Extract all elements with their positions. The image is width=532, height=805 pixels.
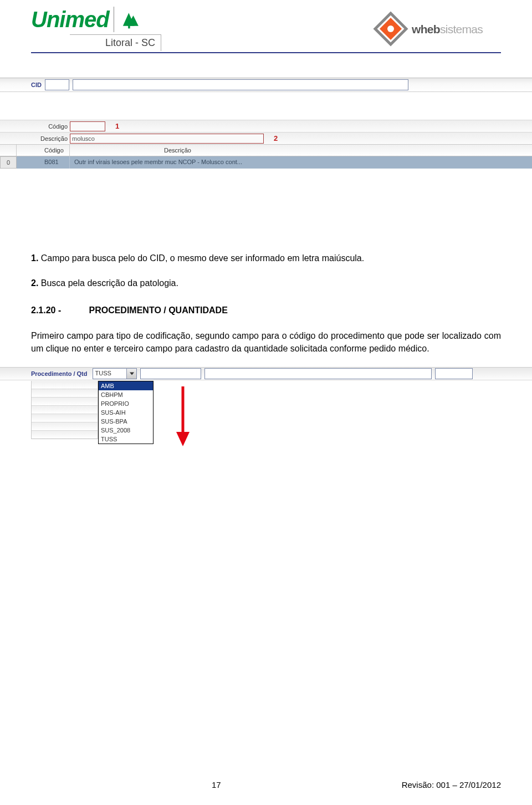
chevron-down-icon[interactable] (126, 369, 136, 379)
cid-table-row[interactable]: 0 B081 Outr inf virais lesoes pele membr… (0, 156, 532, 169)
p3-text: Primeiro campo para tipo de codificação,… (31, 329, 501, 355)
row-index: 0 (0, 156, 17, 169)
tipo-codificacao-dropdown[interactable]: AMB CBHPM PROPRIO SUS-AIH SUS-BPA SUS_20… (98, 381, 154, 444)
cid-search-screenshot: Código 1 Descrição 2 Código Descrição 0 … (0, 120, 532, 169)
svg-text:whebsistemas: whebsistemas (412, 23, 483, 35)
wheb-logo: whebsistemas (373, 7, 501, 49)
p1-number: 1. (31, 253, 38, 263)
wheb-text-bold: wheb (412, 23, 440, 35)
revision-text: Revisão: 001 – 27/01/2012 (402, 780, 501, 789)
arrow-down-icon (175, 386, 191, 450)
unimed-logo: Unimed Litoral - SC (31, 7, 175, 51)
row-code: B081 (17, 156, 70, 169)
p2-text: Busca pela descrição da patologia. (41, 278, 178, 288)
codigo-input[interactable] (70, 121, 105, 131)
wheb-text-light: sistemas (440, 23, 483, 35)
codigo-label: Código (24, 123, 70, 130)
unimed-tree-icon (114, 7, 139, 32)
th-codigo: Código (17, 145, 70, 156)
cid-field-screenshot: CID (0, 78, 532, 92)
row-desc: Outr inf virais lesoes pele membr muc NC… (70, 156, 532, 169)
procedimento-label: Procedimento / Qtd (31, 370, 87, 377)
option-proprio[interactable]: PROPRIO (99, 399, 153, 408)
body-text: 1. Campo para busca pelo do CID, o mesmo… (31, 252, 501, 355)
page-number: 17 (212, 780, 221, 789)
tipo-codificacao-select[interactable]: TUSS (93, 368, 137, 379)
procedimento-screenshot: Procedimento / Qtd TUSS AMB CBHPM PROPRI… (0, 367, 532, 380)
wheb-wordmark: whebsistemas (412, 12, 501, 48)
cid-code-input[interactable] (45, 79, 69, 90)
descricao-label: Descrição (24, 135, 70, 142)
unimed-subtitle: Litoral - SC (70, 34, 161, 51)
codigo-procedimento-input[interactable] (140, 368, 201, 379)
cid-desc-input[interactable] (73, 79, 408, 90)
cid-table-header: Código Descrição (0, 144, 532, 156)
section-title: PROCEDIMENTO / QUANTIDADE (89, 305, 227, 315)
option-sus-bpa[interactable]: SUS-BPA (99, 417, 153, 426)
option-amb[interactable]: AMB (99, 381, 153, 390)
wheb-diamond-icon (373, 11, 408, 49)
background-rows (31, 381, 98, 439)
annotation-2: 2 (274, 134, 278, 142)
option-cbhpm[interactable]: CBHPM (99, 390, 153, 399)
svg-rect-0 (128, 26, 130, 29)
option-sus-aih[interactable]: SUS-AIH (99, 408, 153, 417)
quantidade-input[interactable] (435, 368, 473, 379)
p2-number: 2. (31, 278, 38, 288)
cid-label: CID (31, 81, 42, 88)
document-header: Unimed Litoral - SC whebsistemas (0, 0, 532, 51)
p1-text: Campo para busca pelo do CID, o mesmo de… (41, 253, 364, 263)
section-number: 2.1.20 - (31, 304, 86, 317)
annotation-1: 1 (115, 122, 119, 130)
descricao-procedimento-input[interactable] (204, 368, 432, 379)
svg-point-1 (387, 26, 394, 32)
select-value: TUSS (93, 369, 126, 379)
header-rule (31, 52, 501, 53)
page-footer: 17 Revisão: 001 – 27/01/2012 (31, 780, 501, 789)
option-tuss[interactable]: TUSS (99, 435, 153, 444)
unimed-word: Unimed (31, 7, 109, 32)
th-descricao: Descrição (70, 145, 532, 156)
option-sus-2008[interactable]: SUS_2008 (99, 426, 153, 435)
descricao-input[interactable] (70, 134, 264, 144)
